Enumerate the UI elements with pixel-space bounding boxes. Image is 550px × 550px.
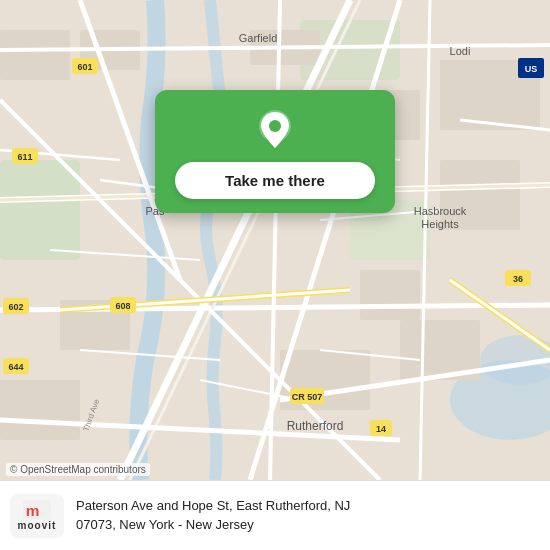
svg-text:Rutherford: Rutherford [287, 419, 344, 433]
svg-text:14: 14 [376, 424, 386, 434]
location-card: Take me there [155, 90, 395, 213]
svg-text:36: 36 [513, 274, 523, 284]
svg-rect-7 [0, 30, 70, 80]
svg-text:608: 608 [115, 301, 130, 311]
address-text: Paterson Ave and Hope St, East Rutherfor… [76, 497, 536, 533]
svg-text:CR 507: CR 507 [292, 392, 323, 402]
take-me-there-button[interactable]: Take me there [175, 162, 375, 199]
address-line1: Paterson Ave and Hope St, East Rutherfor… [76, 498, 350, 513]
svg-text:m: m [26, 502, 39, 519]
moovit-logo: m moovit [10, 494, 64, 538]
svg-text:US: US [525, 64, 538, 74]
svg-text:Garfield: Garfield [239, 32, 278, 44]
svg-text:Heights: Heights [421, 218, 459, 230]
map-attribution: © OpenStreetMap contributors [6, 463, 150, 476]
pin-icon [253, 108, 297, 152]
moovit-brand-text: moovit [18, 520, 57, 531]
svg-rect-12 [360, 270, 420, 320]
svg-text:644: 644 [8, 362, 23, 372]
moovit-logo-icon: m [23, 500, 51, 520]
info-bar: m moovit Paterson Ave and Hope St, East … [0, 480, 550, 550]
address-line2: 07073, New York - New Jersey [76, 517, 254, 532]
svg-rect-3 [0, 160, 80, 260]
map-background: 601 611 608 602 644 36 US CR 507 14 [0, 0, 550, 480]
svg-text:Hasbrouck: Hasbrouck [414, 205, 467, 217]
svg-text:611: 611 [17, 152, 32, 162]
svg-text:601: 601 [77, 62, 92, 72]
svg-point-70 [269, 120, 281, 132]
svg-text:602: 602 [8, 302, 23, 312]
map-container: 601 611 608 602 644 36 US CR 507 14 [0, 0, 550, 480]
svg-rect-15 [0, 380, 80, 440]
svg-text:Lodi: Lodi [450, 45, 471, 57]
